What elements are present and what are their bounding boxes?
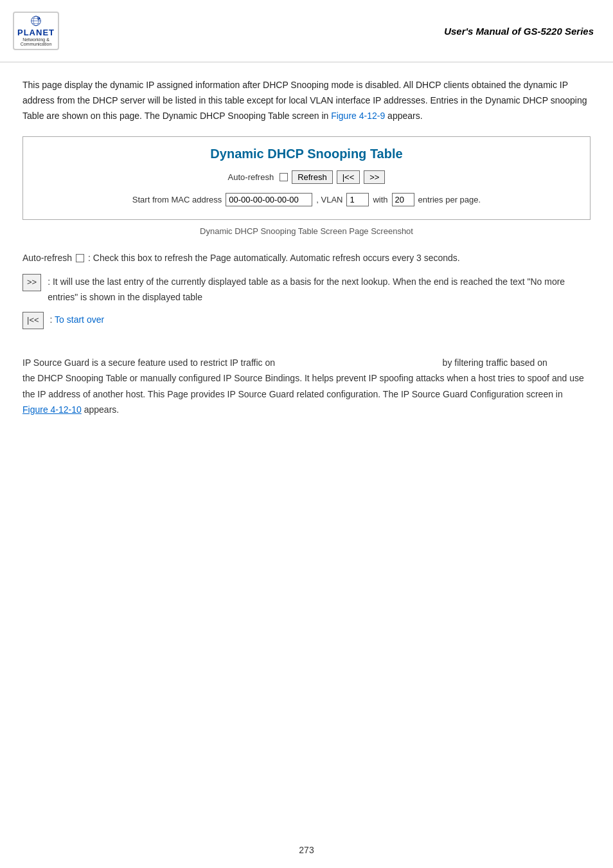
logo-box: P PLANET Networking & Communication	[13, 12, 59, 50]
header-divider	[0, 62, 613, 62]
next-button[interactable]: >>	[364, 170, 385, 184]
auto-refresh-desc-text: : Check this box to refresh the Page aut…	[88, 250, 460, 266]
svg-text:P: P	[38, 17, 39, 20]
logo-subtitle: Networking & Communication	[17, 37, 55, 46]
manual-title: User's Manual of GS-5220 Series	[444, 26, 594, 37]
mac-address-input[interactable]	[226, 193, 312, 206]
vlan-label: , VLAN	[316, 195, 342, 204]
table-filter-row: Start from MAC address , VLAN with entri…	[30, 193, 583, 206]
intro-paragraph: This page display the dynamic IP assigne…	[22, 78, 591, 123]
auto-refresh-desc-checkbox	[76, 254, 84, 262]
field-descriptions: Auto-refresh : Check this box to refresh…	[22, 250, 591, 329]
auto-refresh-checkbox[interactable]	[280, 173, 288, 181]
logo-brand: PLANET	[17, 28, 55, 37]
prev-btn-desc-text: : To start over	[50, 312, 591, 328]
table-controls-row: Auto-refresh Refresh |<< >>	[30, 170, 583, 184]
auto-refresh-label: Auto-refresh	[228, 172, 274, 182]
table-caption: Dynamic DHCP Snooping Table Screen Page …	[22, 226, 591, 236]
start-from-label: Start from MAC address	[132, 195, 222, 204]
entries-per-page-label: entries per page.	[418, 195, 481, 204]
entries-per-page-input[interactable]	[392, 193, 414, 206]
dhcp-snooping-table-box: Dynamic DHCP Snooping Table Auto-refresh…	[22, 136, 591, 220]
refresh-button[interactable]: Refresh	[292, 170, 333, 184]
prev-button[interactable]: |<<	[337, 170, 360, 184]
logo-container: P PLANET Networking & Communication	[13, 12, 59, 50]
auto-refresh-desc: Auto-refresh : Check this box to refresh…	[22, 250, 591, 266]
to-start-text: To start over	[55, 314, 104, 325]
page-number: 273	[299, 845, 314, 855]
bottom-section: IP Source Guard is a secure feature used…	[22, 355, 591, 418]
prev-btn-desc: |<< : To start over	[22, 312, 591, 329]
bottom-text2: by filtering traffic based on	[443, 357, 547, 368]
logo-globe-icon: P	[26, 15, 46, 26]
table-title: Dynamic DHCP Snooping Table	[30, 147, 583, 161]
bottom-text3: the DHCP Snooping Table or manually conf…	[22, 373, 584, 415]
bottom-text1: IP Source Guard is a secure feature used…	[22, 357, 275, 368]
next-btn-desc: >> : It will use the last entry of the c…	[22, 274, 591, 305]
figure-4-12-10-link[interactable]: Figure 4-12-10	[22, 404, 82, 415]
page-header: P PLANET Networking & Communication User…	[0, 0, 613, 57]
auto-refresh-desc-label: Auto-refresh	[22, 250, 72, 266]
with-label: with	[373, 195, 387, 204]
prev-btn-label: |<<	[22, 312, 44, 329]
next-btn-label: >>	[22, 274, 41, 291]
figure-4-12-9-link[interactable]: Figure 4-12-9	[331, 111, 385, 121]
main-content: This page display the dynamic IP assigne…	[0, 65, 613, 437]
next-btn-desc-text: : It will use the last entry of the curr…	[48, 274, 591, 305]
vlan-input[interactable]	[346, 193, 369, 206]
